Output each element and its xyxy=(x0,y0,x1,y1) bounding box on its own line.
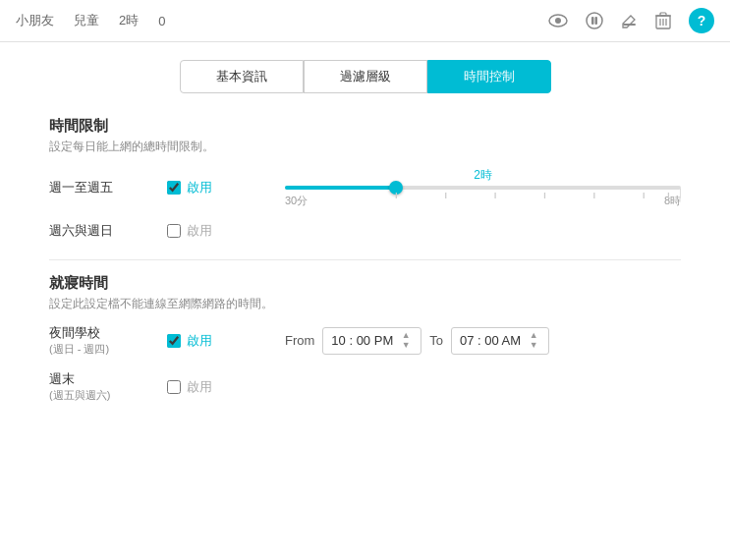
school-night-checkbox[interactable] xyxy=(167,334,181,348)
weekend-label: 週六與週日 xyxy=(49,222,167,240)
section-time-limit: 時間限制 設定每日能上網的總時間限制。 週一至週五 啟用 2時 xyxy=(49,117,681,240)
tab-bar: 基本資訊 過濾層級 時間控制 xyxy=(0,42,730,107)
svg-point-1 xyxy=(555,18,561,24)
trash-icon[interactable] xyxy=(655,12,671,29)
top-icons: ? xyxy=(548,8,714,33)
weekend-bedtime-enable-area: 啟用 xyxy=(167,378,265,396)
from-time-value: 10 : 00 PM xyxy=(331,333,393,348)
from-label: From xyxy=(285,333,314,348)
svg-rect-3 xyxy=(591,17,594,25)
to-spin-up[interactable]: ▲ xyxy=(527,331,540,341)
to-time-value: 07 : 00 AM xyxy=(460,333,521,348)
school-night-enable-label: 啟用 xyxy=(187,332,212,350)
section-divider xyxy=(49,259,681,260)
main-content: 時間限制 設定每日能上網的總時間限制。 週一至週五 啟用 2時 xyxy=(0,107,730,560)
school-night-label: 夜間學校 (週日 - 週四) xyxy=(49,324,167,357)
to-spin-down[interactable]: ▼ xyxy=(527,341,540,351)
weekday-enable-label: 啟用 xyxy=(187,179,212,196)
weekday-enable-area: 啟用 xyxy=(167,179,265,196)
top-col3: 2時 xyxy=(119,12,139,29)
tab-basic[interactable]: 基本資訊 xyxy=(180,60,304,93)
help-button[interactable]: ? xyxy=(689,8,714,33)
row-weekend: 週六與週日 啟用 xyxy=(49,222,681,240)
slider-track[interactable] xyxy=(285,186,681,190)
weekend-bedtime-checkbox[interactable] xyxy=(167,380,181,394)
eye-icon[interactable] xyxy=(548,14,568,28)
svg-point-2 xyxy=(587,13,602,28)
row-weekend-bedtime: 週末 (週五與週六) 啟用 xyxy=(49,370,681,403)
weekend-bedtime-label: 週末 (週五與週六) xyxy=(49,370,167,403)
from-time-box[interactable]: 10 : 00 PM ▲ ▼ xyxy=(322,327,421,355)
tab-filter[interactable]: 過濾層級 xyxy=(304,60,427,93)
from-spin-up[interactable]: ▲ xyxy=(399,331,413,341)
weekend-enable-area: 啟用 xyxy=(167,222,265,240)
pause-icon[interactable] xyxy=(586,12,603,29)
weekend-enable-label: 啟用 xyxy=(187,222,212,240)
section1-desc: 設定每日能上網的總時間限制。 xyxy=(49,139,681,155)
weekday-checkbox[interactable] xyxy=(167,181,181,195)
svg-rect-4 xyxy=(595,17,598,25)
top-row: 小朋友 兒童 2時 0 xyxy=(0,0,730,42)
top-col4: 0 xyxy=(158,14,165,28)
row-school-night: 夜間學校 (週日 - 週四) 啟用 From 10 : 00 PM ▲ ▼ xyxy=(49,324,681,357)
row-weekday: 週一至週五 啟用 2時 xyxy=(49,167,681,208)
to-spinners: ▲ ▼ xyxy=(527,331,540,351)
section1-title: 時間限制 xyxy=(49,117,681,136)
from-spinners: ▲ ▼ xyxy=(399,331,413,351)
from-spin-down[interactable]: ▼ xyxy=(399,341,413,351)
weekday-label: 週一至週五 xyxy=(49,179,167,196)
section-bedtime: 就寢時間 設定此設定檔不能連線至網際網路的時間。 夜間學校 (週日 - 週四) … xyxy=(49,274,681,403)
edit-icon[interactable] xyxy=(621,13,638,29)
slider-ticks xyxy=(285,181,681,204)
school-night-time-control: From 10 : 00 PM ▲ ▼ To 07 : 00 AM ▲ xyxy=(285,327,549,355)
top-col1: 小朋友 xyxy=(16,12,54,29)
section2-title: 就寢時間 xyxy=(49,274,681,293)
school-night-enable-area: 啟用 xyxy=(167,332,265,350)
weekend-bedtime-enable-label: 啟用 xyxy=(187,378,212,396)
tab-time[interactable]: 時間控制 xyxy=(427,60,551,93)
weekday-slider-area: 2時 xyxy=(285,167,681,208)
weekend-checkbox[interactable] xyxy=(167,224,181,238)
to-label: To xyxy=(429,333,443,348)
to-time-box[interactable]: 07 : 00 AM ▲ ▼ xyxy=(451,327,549,355)
slider-track-container xyxy=(285,186,681,190)
section2-desc: 設定此設定檔不能連線至網際網路的時間。 xyxy=(49,296,681,312)
top-col2: 兒童 xyxy=(74,12,99,29)
